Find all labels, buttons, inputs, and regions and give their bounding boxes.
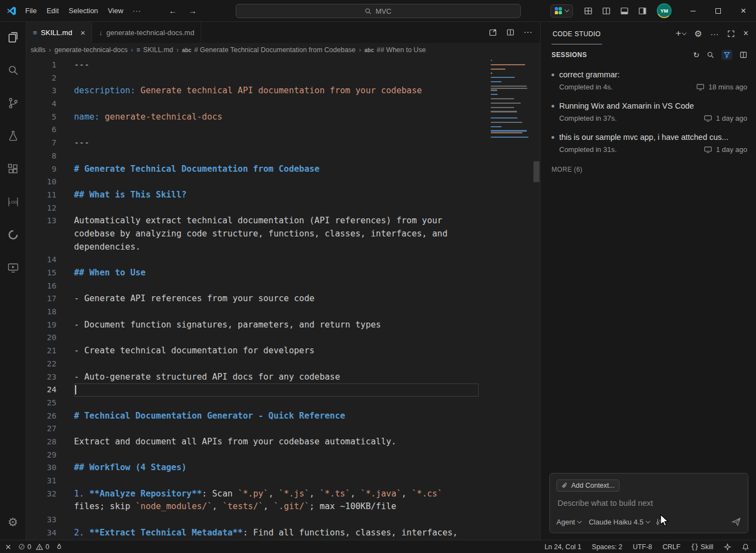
- editor-line[interactable]: 29: [26, 449, 540, 462]
- editor-line[interactable]: 14: [26, 253, 540, 267]
- overview-ruler-cursor-marker[interactable]: [533, 161, 539, 182]
- send-button[interactable]: [731, 517, 741, 527]
- close-tab-icon[interactable]: ×: [81, 28, 86, 37]
- menu-selection[interactable]: Selection: [64, 4, 103, 17]
- model-dropdown[interactable]: Claude Haiku 4.5: [589, 518, 650, 526]
- menu-view[interactable]: View: [103, 4, 128, 17]
- editor-line[interactable]: 26# Technical Documentation Generator - …: [26, 410, 540, 423]
- close-panel-icon[interactable]: ×: [743, 29, 748, 38]
- session-item[interactable]: Running Wix and Xamarin in VS CodeComple…: [541, 96, 756, 127]
- editor-line[interactable]: 30## Workflow (4 Stages): [26, 461, 540, 475]
- toggle-panel-icon[interactable]: [620, 7, 629, 15]
- tab-generate-technical-docs-md[interactable]: ↓generate-technical-docs.md: [92, 22, 201, 43]
- editor-line[interactable]: 22: [26, 358, 540, 371]
- editor-line[interactable]: codebase by analyzing code structure, fu…: [26, 228, 540, 241]
- chat-input-box[interactable]: Add Context... Describe what to build ne…: [549, 473, 748, 533]
- breadcrumb-item[interactable]: abc# Generate Technical Documentation fr…: [182, 46, 356, 54]
- editor-line[interactable]: 31: [26, 475, 540, 488]
- notifications-bell-icon[interactable]: [742, 543, 749, 551]
- session-search-icon[interactable]: [707, 51, 714, 59]
- dotnet-ring-icon[interactable]: [0, 222, 26, 248]
- editor-line[interactable]: 33: [26, 514, 540, 527]
- toggle-secondary-sidebar-icon[interactable]: [638, 7, 647, 15]
- problems-indicator[interactable]: 0 0: [18, 543, 49, 551]
- editor-line[interactable]: dependencies.: [26, 241, 540, 254]
- editor-line[interactable]: 2: [26, 72, 540, 85]
- editor-line[interactable]: 21- Create technical documentation for d…: [26, 345, 540, 358]
- editor-line[interactable]: 3description: Generate technical API doc…: [26, 84, 540, 98]
- status-indentation[interactable]: Spaces: 2: [592, 543, 623, 551]
- customize-layout-icon[interactable]: [584, 7, 593, 15]
- editor-line[interactable]: 4: [26, 98, 540, 111]
- breadcrumb-item[interactable]: skills: [31, 46, 46, 54]
- status-eol[interactable]: CRLF: [663, 543, 681, 551]
- log-output-icon[interactable]: LOG: [0, 189, 26, 215]
- editor-line[interactable]: files; skip `node_modules/`, `tests/`, `…: [26, 500, 540, 514]
- panel-settings-gear-icon[interactable]: ⚙: [694, 29, 702, 39]
- menu-edit[interactable]: Edit: [42, 4, 64, 17]
- editor-line[interactable]: 19- Document function signatures, parame…: [26, 319, 540, 332]
- menu-overflow-icon[interactable]: ···: [128, 4, 146, 17]
- test-flask-icon[interactable]: [0, 123, 26, 149]
- extension-quick-menu[interactable]: [550, 4, 573, 18]
- breadcrumb-item[interactable]: abc## When to Use: [365, 46, 426, 54]
- session-item[interactable]: correct grammar:Completed in 4s.18 mins …: [541, 65, 756, 96]
- editor-line[interactable]: 8: [26, 150, 540, 163]
- editor-line[interactable]: 9# Generate Technical Documentation from…: [26, 163, 540, 176]
- breadcrumb-item[interactable]: generate-technical-docs: [54, 46, 127, 54]
- breadcrumb-item[interactable]: ≡SKILL.md: [137, 46, 173, 54]
- editor-line[interactable]: 16: [26, 280, 540, 293]
- editor-line[interactable]: 27: [26, 422, 540, 436]
- flame-icon[interactable]: [55, 543, 63, 551]
- account-avatar[interactable]: YM: [657, 3, 672, 18]
- filter-icon[interactable]: [721, 50, 732, 60]
- split-editor-icon[interactable]: [506, 28, 515, 37]
- split-editor-layout-icon[interactable]: [602, 7, 611, 15]
- editor-line[interactable]: 24: [26, 383, 540, 397]
- status-language-mode[interactable]: {} Skill: [691, 543, 713, 551]
- chat-placeholder[interactable]: Describe what to build next: [558, 499, 740, 507]
- status-encoding[interactable]: UTF-8: [633, 543, 652, 551]
- refresh-icon[interactable]: ↻: [693, 50, 700, 59]
- minimap[interactable]: [491, 60, 532, 139]
- menu-file[interactable]: File: [20, 4, 42, 17]
- session-item[interactable]: this is our sample mvc app, i have attch…: [541, 127, 756, 159]
- editor-line[interactable]: 11## What is This Skill?: [26, 189, 540, 202]
- nav-forward-icon[interactable]: →: [189, 6, 197, 15]
- editor-line[interactable]: 25: [26, 397, 540, 410]
- editor-line[interactable]: 28Extract and document all APIs from you…: [26, 436, 540, 449]
- editor-line[interactable]: 18: [26, 306, 540, 319]
- search-icon[interactable]: [0, 57, 26, 83]
- close-window-button[interactable]: ×: [731, 0, 756, 21]
- maximize-button[interactable]: [706, 0, 731, 21]
- open-preview-icon[interactable]: [488, 28, 497, 37]
- editor-line[interactable]: 15## When to Use: [26, 267, 540, 280]
- more-sessions-button[interactable]: MORE (6): [541, 159, 756, 180]
- add-context-button[interactable]: Add Context...: [556, 479, 619, 492]
- explorer-icon[interactable]: [0, 24, 26, 50]
- panel-more-icon[interactable]: ···: [710, 29, 719, 38]
- media-preview-icon[interactable]: [0, 255, 26, 281]
- editor[interactable]: 1---23description: Generate technical AP…: [26, 57, 540, 540]
- split-view-icon[interactable]: [740, 51, 747, 59]
- minimize-button[interactable]: ─: [680, 0, 706, 21]
- editor-line[interactable]: 13Automatically extract technical docume…: [26, 215, 540, 228]
- editor-line[interactable]: 7---: [26, 137, 540, 150]
- editor-line[interactable]: 342. **Extract Technical Metadata**: Fin…: [26, 527, 540, 540]
- remote-indicator-icon[interactable]: [4, 543, 12, 551]
- editor-line[interactable]: 321. **Analyze Repository**: Scan `*.py`…: [26, 488, 540, 501]
- panel-title[interactable]: CODE STUDIO: [552, 23, 602, 44]
- expand-panel-icon[interactable]: [727, 30, 735, 38]
- agent-mode-dropdown[interactable]: Agent: [556, 518, 581, 526]
- editor-line[interactable]: 20: [26, 331, 540, 345]
- editor-line[interactable]: 1---: [26, 59, 540, 72]
- tab-skill-md[interactable]: ≡SKILL.md×: [26, 22, 92, 43]
- editor-line[interactable]: 5name: generate-technical-docs: [26, 111, 540, 124]
- more-actions-icon[interactable]: ···: [524, 27, 532, 37]
- command-center-search[interactable]: MVC: [236, 4, 521, 18]
- nav-back-icon[interactable]: ←: [169, 6, 177, 15]
- editor-line[interactable]: 23- Auto-generate structured API docs fo…: [26, 371, 540, 384]
- editor-line[interactable]: 17- Generate API references from your so…: [26, 292, 540, 306]
- source-control-icon[interactable]: [0, 90, 26, 116]
- settings-gear-icon[interactable]: ⚙: [0, 509, 26, 535]
